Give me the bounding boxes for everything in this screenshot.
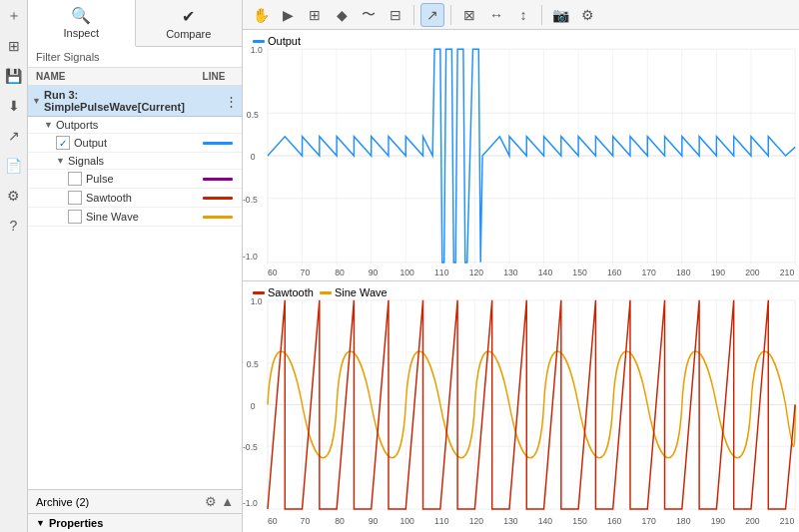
charts-area: Output 1.0 0.5 0 -0.5 -1.0 60 70 80 90 1… — [243, 30, 799, 532]
archive-settings-icon[interactable]: ⚙ — [205, 494, 217, 509]
tool-help[interactable]: ? — [3, 215, 25, 237]
svg-text:210: 210 — [780, 515, 794, 525]
svg-text:70: 70 — [301, 515, 311, 525]
tool-pin[interactable]: ◆ — [330, 3, 354, 27]
legend-sawtooth-color — [253, 291, 265, 294]
tab-compare[interactable]: ✔ Compare — [136, 0, 243, 46]
chart2-svg: 1.0 0.5 0 -0.5 -1.0 60 70 80 90 100 110 … — [243, 281, 799, 532]
svg-text:90: 90 — [369, 515, 379, 525]
tab-inspect[interactable]: 🔍 Inspect — [28, 0, 136, 47]
chart-output: Output 1.0 0.5 0 -0.5 -1.0 60 70 80 90 1… — [243, 30, 799, 281]
run-row[interactable]: ▼ Run 3: SimplePulseWave[Current] ⋮ — [28, 86, 242, 117]
tabs-row: 🔍 Inspect ✔ Compare — [28, 0, 242, 47]
svg-text:180: 180 — [676, 515, 690, 525]
svg-text:0: 0 — [251, 152, 256, 163]
tool-cursor[interactable]: ↗ — [420, 3, 444, 27]
tool-share[interactable]: ↗ — [3, 125, 25, 147]
tool-wave-select[interactable]: 〜 — [357, 3, 381, 27]
tool-save[interactable]: 💾 — [3, 65, 25, 87]
toolbar-sep1 — [413, 5, 414, 25]
chart2-legend: Sawtooth Sine Wave — [253, 286, 388, 298]
filter-row: Filter Signals — [28, 47, 242, 68]
tool-zoom-in[interactable]: ⊠ — [457, 3, 481, 27]
svg-text:150: 150 — [572, 266, 586, 277]
tool-play[interactable]: ▶ — [276, 3, 300, 27]
svg-text:120: 120 — [469, 515, 483, 525]
output-line-sample — [203, 142, 233, 145]
tool-fit-x[interactable]: ↔ — [484, 3, 508, 27]
svg-text:110: 110 — [434, 515, 448, 525]
run-expand-arrow: ▼ — [32, 96, 44, 106]
tool-snapshot[interactable]: 📷 — [548, 3, 572, 27]
signal-tree: ▼ Run 3: SimplePulseWave[Current] ⋮ ▼ Ou… — [28, 86, 242, 489]
svg-text:160: 160 — [607, 266, 621, 277]
svg-text:100: 100 — [400, 266, 413, 277]
filter-label: Filter Signals — [36, 51, 100, 63]
svg-text:150: 150 — [572, 515, 586, 525]
sine-label: Sine Wave — [86, 211, 198, 223]
sawtooth-label: Sawtooth — [86, 192, 198, 204]
svg-text:100: 100 — [400, 515, 413, 525]
svg-rect-43 — [243, 281, 799, 532]
run-menu-icon[interactable]: ⋮ — [225, 94, 238, 109]
col-name-header: NAME — [36, 71, 194, 82]
svg-text:170: 170 — [642, 266, 656, 277]
legend-output-color — [253, 40, 265, 43]
signal-sawtooth[interactable]: Sawtooth — [28, 189, 242, 208]
archive-chevron-icon[interactable]: ▲ — [221, 494, 234, 509]
tool-download[interactable]: ⬇ — [3, 95, 25, 117]
signal-output[interactable]: ✓ Output — [28, 134, 242, 153]
legend-sine: Sine Wave — [320, 286, 388, 298]
tool-minus-box[interactable]: ⊟ — [384, 3, 407, 27]
inspect-icon: 🔍 — [71, 6, 91, 25]
toolbar-sep2 — [450, 5, 451, 25]
tool-add[interactable]: ＋ — [3, 5, 25, 27]
pulse-label: Pulse — [86, 173, 198, 185]
sawtooth-line — [198, 197, 238, 200]
tool-tiles[interactable]: ⊞ — [303, 3, 327, 27]
properties-bar[interactable]: ▼ Properties — [28, 513, 242, 532]
svg-text:200: 200 — [745, 515, 759, 525]
tool-grid[interactable]: ⊞ — [3, 35, 25, 57]
tool-fit-y[interactable]: ↕ — [511, 3, 535, 27]
tool-pan[interactable]: ✋ — [249, 3, 273, 27]
svg-text:60: 60 — [268, 515, 278, 525]
sine-line — [198, 216, 238, 219]
svg-text:80: 80 — [335, 266, 345, 277]
output-checkbox[interactable]: ✓ — [56, 136, 70, 150]
tool-doc[interactable]: 📄 — [3, 155, 25, 177]
tool-settings2[interactable]: ⚙ — [575, 3, 599, 27]
svg-text:-0.5: -0.5 — [243, 195, 258, 206]
archive-label: Archive (2) — [36, 496, 205, 508]
col-line-header: LINE — [194, 71, 234, 82]
svg-text:140: 140 — [538, 266, 552, 277]
svg-text:90: 90 — [369, 266, 379, 277]
archive-icons: ⚙ ▲ — [205, 494, 234, 509]
column-headers: NAME LINE — [28, 68, 242, 86]
pulse-checkbox[interactable] — [68, 172, 82, 186]
toolbar-sep3 — [541, 5, 542, 25]
svg-text:120: 120 — [469, 266, 483, 277]
group-signals[interactable]: ▼ Signals — [28, 153, 242, 170]
group-outports[interactable]: ▼ Outports — [28, 117, 242, 134]
svg-text:0: 0 — [251, 400, 256, 410]
signal-pulse[interactable]: Pulse — [28, 170, 242, 189]
svg-text:110: 110 — [434, 266, 448, 277]
sine-checkbox[interactable] — [68, 210, 82, 224]
pulse-line-sample — [203, 178, 233, 181]
svg-text:180: 180 — [676, 266, 690, 277]
tool-settings[interactable]: ⚙ — [3, 185, 25, 207]
left-toolbar: ＋ ⊞ 💾 ⬇ ↗ 📄 ⚙ ? — [0, 0, 28, 532]
chart-sawtooth-sine: Sawtooth Sine Wave 1.0 0.5 0 -0.5 -1.0 6… — [243, 281, 799, 532]
svg-text:160: 160 — [607, 515, 621, 525]
output-line — [198, 142, 238, 145]
properties-label: Properties — [49, 517, 103, 529]
main-area: ✋ ▶ ⊞ ◆ 〜 ⊟ ↗ ⊠ ↔ ↕ 📷 ⚙ Output — [243, 0, 799, 532]
pulse-line — [198, 178, 238, 181]
svg-text:200: 200 — [745, 266, 759, 277]
sawtooth-checkbox[interactable] — [68, 191, 82, 205]
plot-toolbar: ✋ ▶ ⊞ ◆ 〜 ⊟ ↗ ⊠ ↔ ↕ 📷 ⚙ — [243, 0, 799, 30]
sine-line-sample — [203, 216, 233, 219]
signal-sine-wave[interactable]: Sine Wave — [28, 208, 242, 227]
legend-output-label: Output — [268, 35, 301, 47]
